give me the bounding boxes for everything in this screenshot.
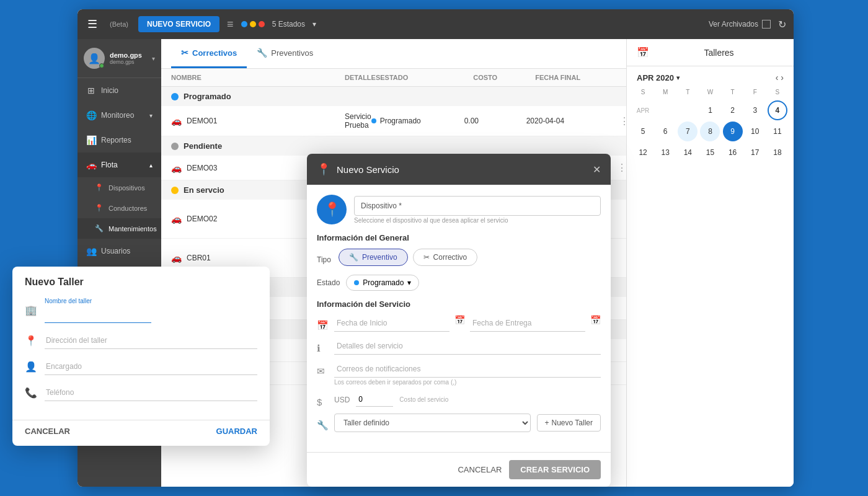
sidebar-item-monitoreo[interactable]: 🌐 Monitoreo ▾ — [78, 103, 161, 128]
correos-hint: Los correos deben ir separados por coma … — [334, 379, 601, 386]
cell-name: 🚗 DEMO01 — [171, 116, 345, 126]
sidebar-item-usuarios[interactable]: 👥 Usuarios — [78, 239, 161, 264]
telefono-input[interactable] — [45, 384, 257, 401]
cal-day-4[interactable]: 4 — [768, 100, 787, 120]
taller-select[interactable]: Taller definido — [334, 414, 531, 432]
nombre-input[interactable] — [45, 306, 151, 323]
modal-body: 📍 Dispositivo * Seleccione el dispositiv… — [307, 185, 611, 452]
more-icon[interactable]: ⋮ — [619, 115, 626, 127]
cal-month-nav: APR 2020 ▾ ‹ › — [627, 66, 794, 86]
cal-next-button[interactable]: › — [781, 73, 784, 82]
detalles-input[interactable] — [334, 338, 601, 355]
modal-close-icon[interactable]: ✕ — [593, 164, 601, 175]
tipo-preventivo-button[interactable]: 🔧 Preventivo — [339, 249, 408, 266]
user-section[interactable]: 👤 demo.gps demo.gps ▾ — [78, 39, 161, 78]
sidebar-item-inicio[interactable]: ⊞ Inicio — [78, 78, 161, 103]
cell-more[interactable]: ⋮ — [617, 162, 626, 174]
row-name: CBR01 — [187, 254, 211, 262]
fecha-inicio-input[interactable] — [334, 315, 450, 332]
more-icon[interactable]: ⋮ — [617, 162, 626, 174]
cal-day-16[interactable]: 16 — [723, 143, 743, 162]
dot-yellow — [250, 21, 256, 27]
car-icon: 🚗 — [171, 214, 182, 224]
sidebar-item-reportes[interactable]: 📊 Reportes — [78, 128, 161, 153]
cal-day-17[interactable]: 17 — [745, 143, 765, 162]
estados-text[interactable]: 5 Estados — [272, 20, 305, 29]
tipo-correctivo-button[interactable]: ✂ Correctivo — [413, 249, 478, 266]
sidebar-item-dispositivos[interactable]: 📍 Dispositivos — [78, 177, 161, 198]
taller-modal-header: Nuevo Taller — [12, 267, 270, 293]
cal-month-title: APR 2020 ▾ — [637, 73, 680, 82]
user-chevron-icon: ▾ — [152, 55, 155, 62]
cal-day-3[interactable]: 3 — [745, 100, 765, 120]
sidebar-item-label: Inicio — [101, 86, 118, 95]
encargado-input[interactable] — [45, 358, 257, 375]
nuevo-taller-button[interactable]: + Nuevo Taller — [537, 414, 601, 432]
flota-chevron-icon: ▴ — [149, 162, 153, 169]
detalles-field-row: ℹ — [317, 338, 601, 355]
device-select[interactable]: Dispositivo * — [354, 196, 601, 216]
archive-checkbox[interactable] — [762, 20, 771, 29]
direccion-field: 📍 — [25, 332, 257, 349]
cell-more[interactable]: ⋮ — [619, 115, 626, 127]
tab-label: Preventivos — [271, 48, 313, 58]
cal-grid: S M T W T F S APR 1 2 3 4 — [627, 86, 794, 162]
sidebar-item-mantenimientos[interactable]: 🔧 Mantenimientos — [78, 218, 161, 239]
cal-prev-button[interactable]: ‹ — [776, 73, 779, 82]
fecha-inputs: 📅 📅 — [334, 315, 601, 332]
inicio-icon: ⊞ — [86, 86, 96, 95]
avatar: 👤 — [84, 48, 105, 69]
cal-weeks: APR 1 2 3 4 5 6 7 8 9 10 — [632, 100, 789, 162]
menu-dots-icon[interactable]: ≡ — [227, 18, 234, 31]
taller-cancelar-button[interactable]: CANCELAR — [25, 427, 70, 436]
cal-day-5[interactable]: 5 — [633, 122, 653, 141]
cal-day-11[interactable]: 11 — [768, 122, 787, 141]
table-header: Nombre Detalles Estado Costo Fecha Final — [161, 69, 626, 87]
tipo-label: Tipo — [317, 255, 331, 264]
cal-day-8[interactable]: 8 — [700, 122, 720, 141]
nombre-label: Nombre del taller — [45, 298, 257, 304]
taller-modal-footer: CANCELAR GUARDAR — [12, 420, 270, 446]
cal-day-6[interactable]: 6 — [655, 122, 675, 141]
taller-modal-title: Nuevo Taller — [25, 277, 84, 287]
cal-day-15[interactable]: 15 — [700, 143, 720, 162]
cal-day-1[interactable]: 1 — [700, 100, 720, 120]
cal-day-18[interactable]: 18 — [768, 143, 787, 162]
crear-servicio-button[interactable]: CREAR SERVICIO — [509, 460, 601, 479]
nuevo-servicio-button[interactable]: NUEVO SERVICIO — [138, 16, 219, 32]
cal-day-14[interactable]: 14 — [678, 143, 698, 162]
cell-fecha: 2020-04-04 — [526, 117, 619, 125]
direccion-input[interactable] — [45, 332, 257, 349]
cal-day-12[interactable]: 12 — [633, 143, 653, 162]
cal-day-9[interactable]: 9 — [723, 122, 743, 141]
correctivos-icon: ✂ — [181, 48, 188, 58]
group-label: Pendiente — [184, 141, 222, 151]
fecha-entrega-input[interactable] — [470, 315, 585, 332]
refresh-icon[interactable]: ↻ — [778, 19, 786, 30]
person-icon: 👤 — [25, 361, 37, 373]
sidebar-item-flota[interactable]: 🚗 Flota ▴ — [78, 153, 161, 177]
cancelar-button[interactable]: CANCELAR — [458, 465, 502, 474]
cal-day-7[interactable]: 7 — [678, 122, 698, 141]
estados-chevron-icon[interactable]: ▾ — [312, 20, 316, 29]
correos-input[interactable] — [334, 361, 601, 378]
tab-correctivos[interactable]: ✂ Correctivos — [171, 39, 247, 68]
sidebar-item-label: Conductores — [108, 205, 147, 212]
location-icon: 📍 — [25, 335, 37, 347]
taller-field-icon: 🔧 — [317, 420, 328, 431]
car-icon: 🚗 — [171, 163, 182, 173]
tab-preventivos[interactable]: 🔧 Preventivos — [247, 39, 323, 68]
taller-guardar-button[interactable]: GUARDAR — [216, 427, 257, 436]
cal-day-2[interactable]: 2 — [723, 100, 743, 120]
cal-day-13[interactable]: 13 — [655, 143, 675, 162]
calendar-field-icon: 📅 — [317, 320, 328, 331]
group-dot — [171, 187, 179, 194]
device-select-wrapper: Dispositivo * Seleccione el dispositivo … — [354, 196, 601, 224]
costo-input[interactable] — [356, 392, 393, 407]
estado-button[interactable]: Programado ▾ — [346, 275, 419, 291]
cal-day-10[interactable]: 10 — [745, 122, 765, 141]
sidebar-item-conductores[interactable]: 📍 Conductores — [78, 198, 161, 218]
hamburger-icon[interactable]: ☰ — [85, 15, 100, 33]
cal-day-label: T — [676, 86, 699, 98]
cal-day-empty — [655, 100, 675, 120]
